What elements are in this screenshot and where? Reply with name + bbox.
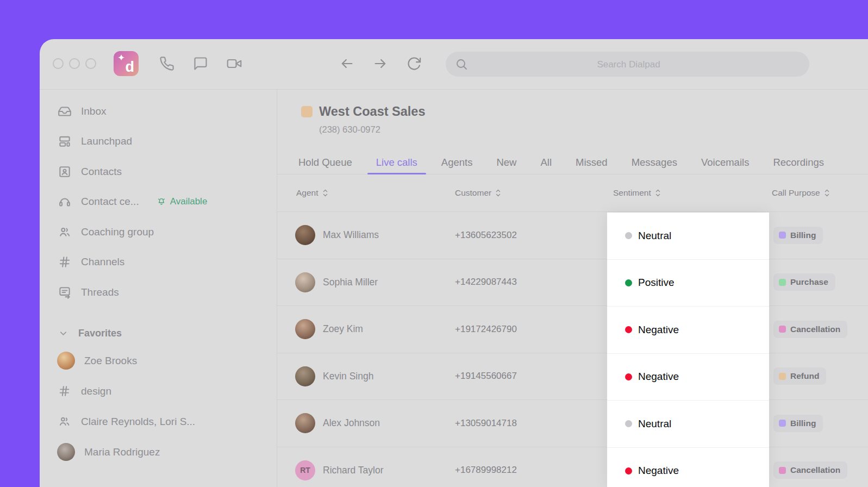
customer-number: +13605623502: [455, 230, 517, 241]
video-icon[interactable]: [227, 56, 242, 71]
tab-messages[interactable]: Messages: [632, 151, 677, 174]
table-row[interactable]: RT Richard Taylor +16789998212 Cancellat…: [277, 447, 868, 487]
table-header: Agent Customer Sentiment Call Purpose: [277, 174, 868, 212]
table-row[interactable]: Kevin Singh +19145560667 Refund: [277, 353, 868, 401]
sidebar-item-label: Channels: [81, 256, 124, 268]
favorite-item-label: design: [81, 385, 111, 397]
tab-agents[interactable]: Agents: [441, 151, 473, 174]
sentiment-cell: Positive: [607, 260, 769, 307]
department-color-square: [301, 106, 313, 117]
sidebar-item-channels[interactable]: Channels: [40, 247, 277, 278]
table-row[interactable]: Sophia Miller +14229087443 Purchase: [277, 259, 868, 307]
availability-label: Available: [170, 196, 208, 207]
call-purpose-cell: Cancellation: [773, 321, 847, 338]
sentiment-cell: Neutral: [607, 401, 769, 448]
sentiment-label: Negative: [638, 465, 679, 477]
phone-icon[interactable]: [159, 56, 174, 71]
agent-name: Kevin Singh: [323, 371, 373, 382]
favorite-item-design[interactable]: design: [40, 376, 277, 407]
column-header-customer[interactable]: Customer: [455, 174, 501, 211]
refresh-icon[interactable]: [407, 56, 422, 71]
desktop-background: ✦ d: [0, 0, 868, 487]
purpose-label: Cancellation: [790, 324, 840, 334]
window-control-button[interactable]: [69, 58, 80, 69]
sidebar-item-coaching-group[interactable]: Coaching group: [40, 217, 277, 247]
chevron-down-icon[interactable]: [58, 328, 68, 339]
sidebar-item-threads[interactable]: Threads: [40, 277, 277, 308]
agent-cell: Alex Johnson: [295, 400, 380, 447]
sentiment-dot-icon: [625, 467, 632, 474]
tab-missed[interactable]: Missed: [576, 151, 608, 174]
tab-hold-queue[interactable]: Hold Queue: [298, 151, 352, 174]
table-row[interactable]: Max Williams +13605623502 Billing: [277, 212, 868, 259]
customer-number: +19145560667: [455, 371, 517, 382]
customer-number: +16789998212: [455, 465, 517, 476]
dialpad-logo-icon: ✦ d: [114, 51, 139, 76]
window-control-button[interactable]: [85, 58, 96, 69]
tab-live-calls[interactable]: Live calls: [376, 151, 417, 174]
agent-avatar: [295, 366, 315, 386]
call-purpose-badge: Billing: [773, 415, 823, 432]
tab-new[interactable]: New: [496, 151, 516, 174]
hash-icon: [57, 255, 72, 270]
sparkle-icon: ✦: [117, 52, 125, 64]
window-control-button[interactable]: [53, 58, 64, 69]
search-input[interactable]: [446, 52, 811, 78]
sidebar-item-inbox[interactable]: Inbox: [40, 96, 277, 127]
agent-name: Alex Johnson: [323, 417, 380, 429]
tab-voicemails[interactable]: Voicemails: [701, 151, 749, 174]
call-purpose-badge: Cancellation: [773, 461, 847, 479]
sort-icon: [322, 189, 328, 197]
search-bar: [446, 52, 809, 77]
agent-name: Sophia Miller: [323, 277, 378, 288]
window-controls: [53, 58, 96, 69]
column-header-call-purpose[interactable]: Call Purpose: [772, 174, 830, 211]
forward-arrow-icon[interactable]: [373, 56, 388, 71]
sidebar-item-launchpad[interactable]: Launchpad: [40, 127, 277, 157]
purpose-color-icon: [779, 326, 786, 333]
favorite-item-maria-rodriguez[interactable]: Maria Rodriguez: [40, 437, 277, 467]
call-purpose-badge: Billing: [773, 227, 823, 244]
agent-avatar: RT: [295, 460, 315, 480]
sentiment-dot-icon: [625, 326, 632, 333]
sidebar-item-label: Inbox: [81, 105, 106, 117]
favorite-item-claire-lori[interactable]: Claire Reynolds, Lori S...: [40, 407, 277, 437]
sidebar-item-label: Contacts: [81, 166, 122, 178]
back-arrow-icon[interactable]: [339, 56, 354, 71]
calls-table: Max Williams +13605623502 Billing Sophia…: [277, 212, 868, 487]
call-purpose-badge: Cancellation: [773, 321, 847, 338]
sidebar-item-contacts[interactable]: Contacts: [40, 157, 277, 187]
sentiment-label: Negative: [638, 324, 679, 336]
sort-icon: [495, 189, 501, 197]
column-header-sentiment[interactable]: Sentiment: [613, 174, 661, 211]
table-row[interactable]: Zoey Kim +19172426790 Cancellation: [277, 306, 868, 353]
column-header-agent[interactable]: Agent: [296, 174, 328, 211]
tab-bar: Hold Queue Live calls Agents New All Mis…: [298, 151, 824, 174]
agent-avatar: [295, 225, 315, 245]
sentiment-label: Negative: [638, 371, 679, 383]
sentiment-column-highlight: Neutral Positive Negative Negative Neutr…: [607, 213, 769, 487]
tab-all[interactable]: All: [540, 151, 552, 174]
contacts-icon: [57, 164, 72, 179]
customer-number: +13059014718: [455, 418, 517, 429]
favorite-item-label: Zoe Brooks: [84, 355, 137, 367]
avatar: [57, 443, 75, 461]
sidebar-item-label: Launchpad: [81, 135, 132, 147]
department-phone-number: (238) 630-0972: [319, 124, 380, 135]
purpose-label: Purchase: [790, 277, 828, 287]
chat-icon[interactable]: [193, 56, 208, 71]
table-row[interactable]: Alex Johnson +13059014718 Billing: [277, 400, 868, 447]
tab-recordings[interactable]: Recordings: [773, 151, 824, 174]
sentiment-dot-icon: [625, 420, 632, 427]
sentiment-dot-icon: [625, 232, 632, 239]
main-content: West Coast Sales (238) 630-0972 Hold Que…: [277, 90, 868, 487]
sidebar-item-label: Threads: [81, 286, 119, 298]
purpose-label: Billing: [790, 230, 816, 240]
sidebar-item-label: Contact ce...: [81, 196, 139, 208]
sidebar-item-contact-center[interactable]: Contact ce... Available: [40, 187, 277, 217]
purpose-label: Refund: [790, 371, 819, 381]
sentiment-cell: Neutral: [607, 213, 769, 260]
sort-icon: [824, 189, 830, 197]
favorite-item-zoe-brooks[interactable]: Zoe Brooks: [40, 346, 277, 376]
people-icon: [57, 224, 72, 239]
